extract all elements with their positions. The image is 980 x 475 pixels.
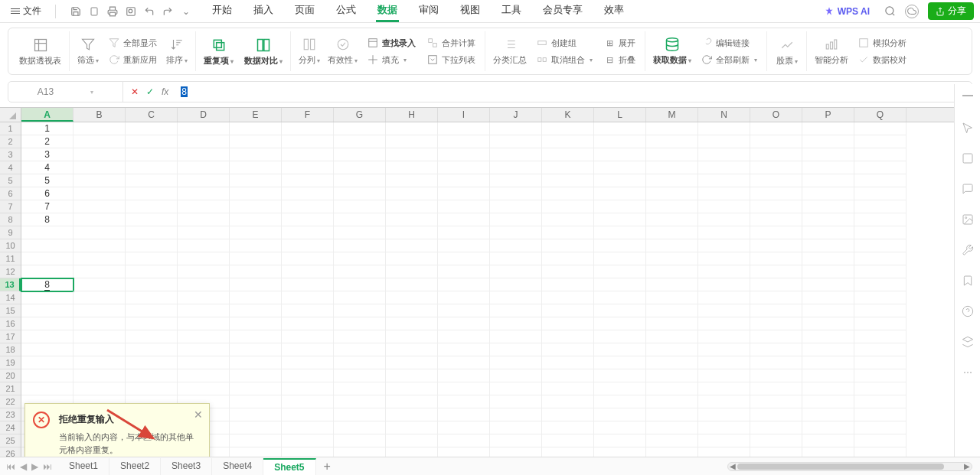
cell[interactable] — [646, 174, 698, 187]
refresh-all-button[interactable]: 全部刷新▾ — [699, 53, 759, 67]
cell[interactable] — [282, 226, 334, 239]
cell[interactable] — [386, 330, 438, 343]
cell[interactable] — [282, 252, 334, 265]
cell[interactable] — [230, 278, 282, 291]
cell[interactable] — [854, 278, 906, 291]
cell[interactable] — [542, 265, 594, 278]
cell[interactable] — [386, 148, 438, 161]
cell[interactable] — [438, 304, 490, 317]
cell[interactable] — [282, 395, 334, 408]
cell[interactable] — [802, 148, 854, 161]
cell[interactable] — [698, 161, 750, 174]
cell[interactable] — [750, 330, 802, 343]
cell[interactable] — [126, 265, 178, 278]
cell[interactable] — [178, 239, 230, 252]
cell[interactable] — [178, 226, 230, 239]
cell[interactable] — [230, 161, 282, 174]
column-header[interactable]: B — [74, 108, 126, 122]
cell[interactable] — [230, 187, 282, 200]
cell[interactable] — [698, 434, 750, 447]
cell[interactable] — [438, 395, 490, 408]
cell[interactable] — [438, 148, 490, 161]
cell[interactable] — [126, 135, 178, 148]
cell[interactable] — [282, 200, 334, 213]
cell[interactable] — [230, 434, 282, 447]
cell[interactable] — [282, 187, 334, 200]
cell[interactable] — [334, 226, 386, 239]
cell[interactable] — [230, 239, 282, 252]
cell[interactable]: 1 — [21, 122, 74, 135]
cell[interactable] — [802, 226, 854, 239]
cell[interactable] — [74, 135, 126, 148]
cell[interactable] — [594, 304, 646, 317]
cell[interactable] — [802, 330, 854, 343]
cell[interactable] — [594, 278, 646, 291]
cell[interactable] — [230, 200, 282, 213]
cell[interactable] — [698, 278, 750, 291]
column-header[interactable]: C — [126, 108, 178, 122]
cell[interactable] — [230, 343, 282, 356]
cell[interactable] — [802, 395, 854, 408]
cell[interactable] — [698, 200, 750, 213]
cell[interactable] — [334, 161, 386, 174]
tab-review[interactable]: 审阅 — [417, 0, 440, 22]
cell[interactable] — [21, 291, 74, 304]
cell[interactable] — [438, 265, 490, 278]
cell[interactable] — [438, 135, 490, 148]
cell[interactable] — [21, 304, 74, 317]
cell[interactable] — [334, 382, 386, 395]
cell[interactable] — [594, 343, 646, 356]
search-icon[interactable] — [884, 5, 896, 18]
cell[interactable] — [802, 291, 854, 304]
cell[interactable] — [750, 304, 802, 317]
cell[interactable] — [282, 148, 334, 161]
cell[interactable] — [282, 278, 334, 291]
cell[interactable] — [542, 434, 594, 447]
cell[interactable] — [750, 148, 802, 161]
cell[interactable] — [802, 343, 854, 356]
cell[interactable] — [490, 200, 542, 213]
cell[interactable] — [438, 408, 490, 421]
column-header[interactable]: F — [282, 108, 334, 122]
print-icon[interactable] — [106, 5, 119, 18]
column-header[interactable]: P — [802, 108, 854, 122]
cell[interactable] — [542, 330, 594, 343]
column-header[interactable]: O — [750, 108, 802, 122]
cell[interactable] — [490, 213, 542, 226]
cell[interactable] — [542, 317, 594, 330]
cell[interactable] — [282, 161, 334, 174]
cell[interactable] — [646, 421, 698, 434]
cell[interactable] — [334, 213, 386, 226]
cell[interactable] — [74, 122, 126, 135]
sheet-tab[interactable]: Sheet2 — [109, 458, 161, 475]
cell[interactable] — [490, 161, 542, 174]
cell[interactable] — [698, 395, 750, 408]
cell[interactable] — [178, 148, 230, 161]
cell[interactable] — [698, 330, 750, 343]
cell[interactable] — [490, 382, 542, 395]
tab-start[interactable]: 开始 — [211, 0, 234, 22]
cell[interactable] — [594, 161, 646, 174]
cell[interactable] — [854, 291, 906, 304]
cell[interactable] — [334, 278, 386, 291]
cell[interactable] — [230, 382, 282, 395]
cell[interactable] — [21, 369, 74, 382]
help-panel-icon[interactable] — [961, 304, 975, 318]
cell[interactable] — [230, 265, 282, 278]
cell[interactable] — [490, 291, 542, 304]
cell[interactable] — [490, 369, 542, 382]
save-icon[interactable] — [70, 5, 82, 18]
cell[interactable] — [854, 200, 906, 213]
cell[interactable] — [854, 174, 906, 187]
cell[interactable] — [74, 291, 126, 304]
cell[interactable] — [74, 252, 126, 265]
cell[interactable] — [750, 382, 802, 395]
cell[interactable] — [74, 369, 126, 382]
row-header[interactable]: 9 — [0, 226, 21, 239]
stock-button[interactable]: 股票▾ — [776, 37, 798, 67]
row-header[interactable]: 8 — [0, 213, 21, 226]
cell[interactable] — [750, 252, 802, 265]
cell[interactable] — [334, 421, 386, 434]
cell[interactable] — [334, 408, 386, 421]
cell[interactable] — [386, 278, 438, 291]
